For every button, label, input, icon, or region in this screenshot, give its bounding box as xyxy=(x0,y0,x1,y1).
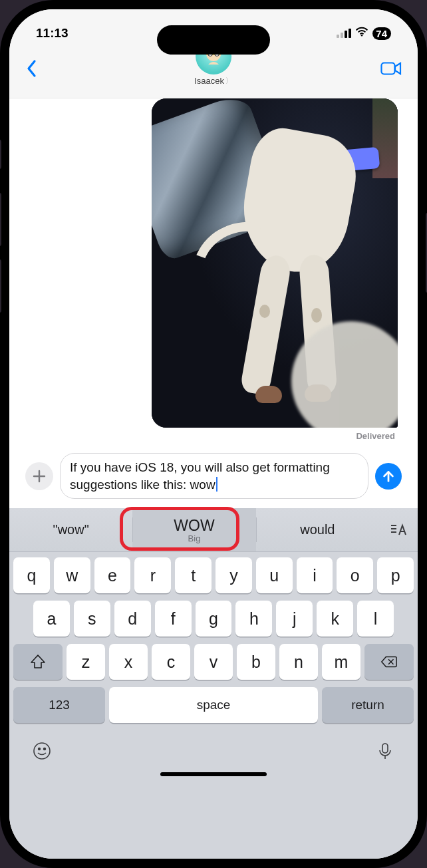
phone-frame: 11:13 74 xyxy=(0,0,427,868)
battery-indicator: 74 xyxy=(372,27,391,40)
suggestion-center-sublabel: Big xyxy=(188,533,201,543)
sent-image-bubble[interactable] xyxy=(152,98,398,428)
suggestion-left[interactable]: "wow" xyxy=(9,508,132,551)
key-n[interactable]: n xyxy=(279,644,318,680)
dictation-button[interactable] xyxy=(375,741,395,764)
message-input[interactable]: If you have iOS 18, you will also get fo… xyxy=(60,453,368,499)
suggestion-center[interactable]: WOW Big xyxy=(132,508,255,551)
key-g[interactable]: g xyxy=(196,601,232,637)
contact-name-label: Isaacek xyxy=(194,76,224,86)
conversation-area: Delivered xyxy=(9,98,418,449)
dynamic-island xyxy=(157,25,270,55)
key-s[interactable]: s xyxy=(74,601,110,637)
wifi-icon xyxy=(355,26,368,41)
key-r[interactable]: r xyxy=(134,557,171,593)
key-p[interactable]: p xyxy=(377,557,414,593)
key-x[interactable]: x xyxy=(109,644,148,680)
add-attachment-button[interactable] xyxy=(25,462,53,490)
key-a[interactable]: a xyxy=(33,601,70,637)
shift-key[interactable] xyxy=(13,644,63,680)
key-t[interactable]: t xyxy=(175,557,212,593)
key-v[interactable]: v xyxy=(194,644,233,680)
back-button[interactable] xyxy=(25,59,39,80)
text-format-button[interactable] xyxy=(379,508,418,551)
chevron-right-icon: 〉 xyxy=(225,76,233,86)
key-c[interactable]: c xyxy=(152,644,190,680)
keyboard: qwertyuiop asdfghjkl zxcvbnm 123 space r… xyxy=(9,552,418,727)
key-z[interactable]: z xyxy=(67,644,105,680)
facetime-button[interactable] xyxy=(380,61,402,78)
key-o[interactable]: o xyxy=(337,557,373,593)
svg-rect-4 xyxy=(382,63,395,74)
cellular-signal-icon xyxy=(337,29,351,38)
send-button[interactable] xyxy=(375,463,402,490)
svg-rect-12 xyxy=(382,744,388,753)
key-k[interactable]: k xyxy=(317,601,353,637)
suggestion-right[interactable]: would xyxy=(256,508,379,551)
suggestion-right-label: would xyxy=(300,522,335,537)
emoji-button[interactable] xyxy=(32,741,52,764)
silent-switch xyxy=(0,140,1,169)
key-h[interactable]: h xyxy=(235,601,272,637)
key-i[interactable]: i xyxy=(297,557,333,593)
screen: 11:13 74 xyxy=(9,9,418,859)
key-b[interactable]: b xyxy=(237,644,275,680)
delete-key[interactable] xyxy=(364,644,414,680)
key-l[interactable]: l xyxy=(357,601,394,637)
key-u[interactable]: u xyxy=(256,557,293,593)
svg-point-0 xyxy=(361,35,363,37)
key-q[interactable]: q xyxy=(13,557,50,593)
key-y[interactable]: y xyxy=(215,557,252,593)
message-input-text: If you have iOS 18, you will also get fo… xyxy=(70,460,330,492)
volume-down-button xyxy=(0,259,1,313)
return-key[interactable]: return xyxy=(322,687,414,723)
keyboard-area: "wow" WOW Big would qwertyu xyxy=(9,508,418,859)
suggestion-left-label: "wow" xyxy=(53,522,89,537)
home-indicator[interactable] xyxy=(9,768,418,787)
delivered-label: Delivered xyxy=(29,431,395,441)
key-f[interactable]: f xyxy=(155,601,192,637)
numbers-key[interactable]: 123 xyxy=(13,687,105,723)
compose-row: If you have iOS 18, you will also get fo… xyxy=(9,449,418,508)
svg-point-10 xyxy=(39,748,41,750)
space-key[interactable]: space xyxy=(109,687,318,723)
key-d[interactable]: d xyxy=(114,601,151,637)
text-cursor xyxy=(216,477,217,492)
key-e[interactable]: e xyxy=(94,557,131,593)
key-j[interactable]: j xyxy=(276,601,313,637)
key-m[interactable]: m xyxy=(322,644,360,680)
suggestion-bar: "wow" WOW Big would xyxy=(9,508,418,552)
key-w[interactable]: w xyxy=(54,557,90,593)
volume-up-button xyxy=(0,193,1,246)
keyboard-bottom-row xyxy=(9,727,418,768)
svg-point-9 xyxy=(34,743,50,759)
svg-point-11 xyxy=(44,748,46,750)
status-time: 11:13 xyxy=(36,26,69,41)
suggestion-center-label: WOW xyxy=(174,517,214,535)
